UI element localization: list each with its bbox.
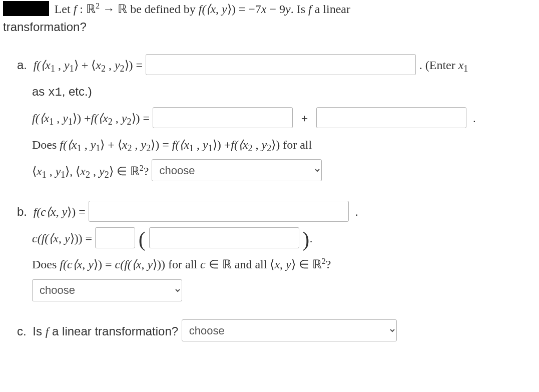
part-a-f1-input[interactable] <box>153 107 293 128</box>
part-b-line2: c(f(⟨x, y⟩)) = ( ). <box>32 225 535 252</box>
part-b-c-input[interactable] <box>95 227 135 248</box>
part-a: a. f(⟨x1 , y1⟩ + ⟨x2 , y2⟩) = . (Enter x… <box>17 52 539 185</box>
part-a-line2: f(⟨x1 , y1⟩) +f(⟨x2 , y2⟩) = + . <box>32 105 535 132</box>
part-c-line: c. Is f a linear transformation? choose <box>17 318 535 345</box>
part-a-expr2: f(⟨x1 , y1⟩) +f(⟨x2 , y2⟩) = <box>32 112 153 125</box>
intro-text: Let f : ℝ2 → ℝ be defined by f(⟨x, y⟩) =… <box>55 3 350 16</box>
part-b-does: Does f(c⟨x, y⟩) = c(f(⟨x, y⟩)) for all c… <box>32 251 535 278</box>
big-lparen: ( <box>139 228 146 251</box>
part-a-additivity-select[interactable]: choose <box>152 159 322 181</box>
part-b-expr1: f(c⟨x, y⟩) = <box>34 205 89 218</box>
part-b-fcxy-input[interactable] <box>89 201 349 222</box>
part-b: b. f(c⟨x, y⟩) = . c(f(⟨x, y⟩)) = ( ). Do… <box>17 199 539 304</box>
part-a-f2-input[interactable] <box>316 107 466 128</box>
part-a-enter-cont: as x1, etc.) <box>32 79 535 106</box>
part-a-label: a. <box>17 58 27 72</box>
part-a-does-line2: ⟨x1 , y1⟩, ⟨x2 , y2⟩ ∈ ℝ2? choose <box>32 158 535 185</box>
period: . <box>355 205 359 218</box>
part-c: c. Is f a linear transformation? choose <box>17 318 539 345</box>
part-b-homogeneity-select[interactable]: choose <box>32 279 182 301</box>
problem-container: Let f : ℝ2 → ℝ be defined by f(⟨x, y⟩) =… <box>0 0 539 355</box>
period: . <box>473 111 476 125</box>
part-b-expr2: c(f(⟨x, y⟩)) = <box>32 232 95 245</box>
plus-sign: + <box>301 112 308 125</box>
part-a-line1: a. f(⟨x1 , y1⟩ + ⟨x2 , y2⟩) = . (Enter x… <box>17 52 535 79</box>
problem-intro: Let f : ℝ2 → ℝ be defined by f(⟨x, y⟩) =… <box>0 0 539 38</box>
part-c-linear-select[interactable]: choose <box>182 319 397 341</box>
part-c-label: c. <box>17 324 27 338</box>
part-b-label: b. <box>17 205 27 218</box>
intro-transformation: transformation? <box>3 20 87 34</box>
part-b-select-row: choose <box>32 278 535 304</box>
part-a-does-line1: Does f(⟨x1 , y1⟩ + ⟨x2 , y2⟩) = f(⟨x1 , … <box>32 132 535 158</box>
redaction-block <box>3 1 49 16</box>
part-a-enter-hint: . (Enter x1 <box>419 59 468 72</box>
part-b-fxy-input[interactable] <box>149 227 299 248</box>
part-a-expr1: f(⟨x1 , y1⟩ + ⟨x2 , y2⟩) = <box>34 59 146 72</box>
big-rparen: ) <box>302 228 309 251</box>
part-a-sum-input[interactable] <box>146 54 416 75</box>
part-b-line1: b. f(c⟨x, y⟩) = . <box>17 199 535 225</box>
